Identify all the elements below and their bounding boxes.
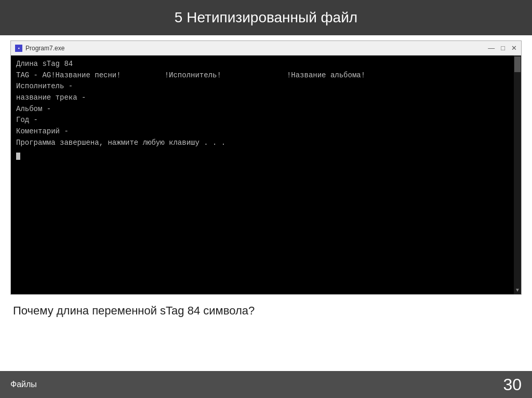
scrollbar-thumb xyxy=(514,57,521,72)
page-number: 30 xyxy=(503,375,522,394)
console-line: Программа завершена, нажмите любую клави… xyxy=(16,138,516,149)
window-title: Program7.exe xyxy=(25,45,64,52)
console-line: TAG - AG!Название песни! !Исполнитель! !… xyxy=(16,70,516,81)
console-line: Исполнитель - xyxy=(16,81,516,92)
console-titlebar: ▪ Program7.exe — □ ✕ xyxy=(11,41,521,56)
slide-title: 5 Нетипизированный файл xyxy=(0,0,532,35)
titlebar-left: ▪ Program7.exe xyxy=(15,45,64,52)
minimize-button[interactable]: — xyxy=(488,45,495,51)
close-button[interactable]: ✕ xyxy=(511,45,517,51)
titlebar-buttons: — □ ✕ xyxy=(488,45,517,51)
main-content: ▪ Program7.exe — □ ✕ Длина sTag 84TAG - … xyxy=(0,35,532,371)
console-output: Длина sTag 84TAG - AG!Название песни! !И… xyxy=(11,56,521,294)
footer: Файлы 30 xyxy=(0,371,532,398)
cursor-block xyxy=(16,153,20,160)
console-line: Год - xyxy=(16,115,516,126)
console-window: ▪ Program7.exe — □ ✕ Длина sTag 84TAG - … xyxy=(10,40,522,295)
app-icon: ▪ xyxy=(15,45,22,52)
console-line: Альбом - xyxy=(16,104,516,115)
console-line: Коментарий - xyxy=(16,126,516,138)
console-scrollbar[interactable]: ▼ xyxy=(514,56,521,294)
console-lines: Длина sTag 84TAG - AG!Название песни! !И… xyxy=(16,59,516,160)
scrollbar-down-arrow: ▼ xyxy=(516,287,519,293)
console-cursor-line xyxy=(16,149,516,160)
console-line: Длина sTag 84 xyxy=(16,59,516,70)
maximize-button[interactable]: □ xyxy=(501,45,505,51)
console-line: название трека - xyxy=(16,92,516,104)
question-text: Почему длина переменной sTag 84 символа? xyxy=(10,304,522,318)
footer-label: Файлы xyxy=(10,380,37,389)
